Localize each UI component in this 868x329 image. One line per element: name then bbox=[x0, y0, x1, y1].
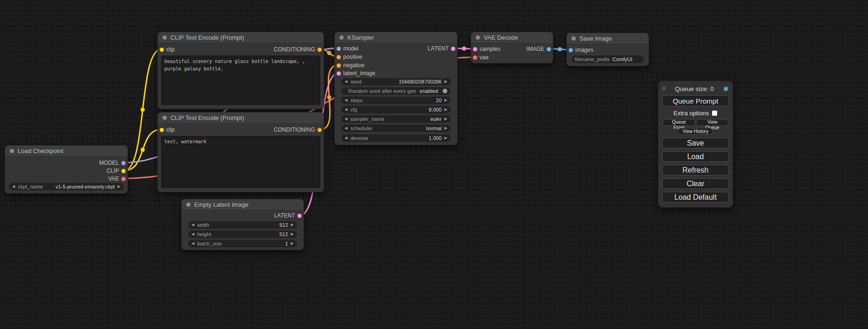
increment-arrow-icon[interactable]: ▶ bbox=[445, 106, 447, 113]
drag-handle-icon[interactable]: ⠿ bbox=[662, 86, 666, 92]
scheduler-widget[interactable]: ◀ scheduler normal ▶ bbox=[341, 125, 451, 132]
decrement-arrow-icon[interactable]: ◀ bbox=[191, 240, 194, 247]
node-title-bar[interactable]: Empty Latent Image bbox=[182, 199, 303, 210]
conditioning-output-slot[interactable] bbox=[318, 128, 322, 132]
collapse-dot-icon[interactable] bbox=[162, 35, 167, 40]
node-title-bar[interactable]: CLIP Text Encode (Prompt) bbox=[158, 112, 324, 124]
filename-prefix-widget[interactable]: filename_prefix ComfyUI bbox=[572, 56, 644, 63]
increment-arrow-icon[interactable]: ▶ bbox=[445, 97, 447, 104]
width-widget[interactable]: ◀ width 512 ▶ bbox=[188, 221, 297, 229]
gear-icon[interactable]: ✱ bbox=[723, 85, 729, 92]
denoise-widget[interactable]: ◀ denoise 1.000 ▶ bbox=[341, 134, 451, 142]
clip-output-slot[interactable] bbox=[121, 169, 126, 173]
decrement-arrow-icon[interactable]: ◀ bbox=[345, 78, 347, 85]
refresh-button[interactable]: Refresh bbox=[662, 165, 729, 175]
node-title-bar[interactable]: CLIP Text Encode (Prompt) bbox=[158, 32, 324, 43]
negative-input-slot[interactable] bbox=[337, 63, 341, 68]
prompt-textarea[interactable]: text, watermark bbox=[161, 136, 320, 188]
image-output-slot[interactable] bbox=[547, 47, 551, 51]
node-title-bar[interactable]: Load Checkpoint bbox=[5, 146, 127, 157]
node-load-checkpoint[interactable]: Load Checkpoint MODEL CLIP VAE ◀ ckpt_na… bbox=[5, 145, 128, 194]
increment-arrow-icon[interactable]: ▶ bbox=[445, 134, 447, 142]
widget-value: 1 bbox=[285, 240, 288, 247]
prompt-textarea[interactable]: beautiful scenery nature glass bottle la… bbox=[161, 56, 320, 105]
clip-input-label: clip bbox=[166, 46, 175, 53]
collapse-dot-icon[interactable] bbox=[572, 36, 576, 41]
widget-label: scheduler bbox=[350, 125, 373, 132]
load-default-button[interactable]: Load Default bbox=[662, 192, 729, 203]
clip-input-label: clip bbox=[166, 126, 175, 133]
node-vae-decode[interactable]: VAE Decode samples vae IMAGE bbox=[471, 32, 553, 63]
conditioning-output-label: CONDITIONING bbox=[274, 126, 315, 133]
widget-value: 1.000 bbox=[429, 134, 442, 142]
vae-output-label: VAE bbox=[108, 175, 119, 182]
node-clip-text-encode-negative[interactable]: CLIP Text Encode (Prompt) clip CONDITION… bbox=[157, 112, 324, 192]
decrement-arrow-icon[interactable]: ◀ bbox=[191, 231, 194, 238]
node-clip-text-encode-positive[interactable]: CLIP Text Encode (Prompt) clip CONDITION… bbox=[157, 32, 324, 109]
node-title-bar[interactable]: Save Image bbox=[567, 33, 649, 44]
increment-arrow-icon[interactable]: ▶ bbox=[291, 231, 294, 238]
clip-input-slot[interactable] bbox=[160, 48, 164, 52]
node-empty-latent-image[interactable]: Empty Latent Image LATENT ◀ width 512 ▶ … bbox=[181, 199, 304, 250]
collapse-dot-icon[interactable] bbox=[162, 116, 167, 120]
next-arrow-icon[interactable]: ▶ bbox=[445, 115, 447, 123]
batch-size-widget[interactable]: ◀ batch_size 1 ▶ bbox=[188, 240, 297, 247]
model-output-slot[interactable] bbox=[121, 161, 126, 165]
sampler-name-widget[interactable]: ◀ sampler_name euler ▶ bbox=[341, 115, 451, 123]
queue-buttons-row: Queue Front View Queue bbox=[662, 119, 729, 126]
extra-options-label: Extra options bbox=[674, 110, 709, 117]
collapse-dot-icon[interactable] bbox=[476, 35, 480, 40]
next-arrow-icon[interactable]: ▶ bbox=[445, 125, 447, 132]
samples-input-slot[interactable] bbox=[473, 47, 477, 51]
widget-label: cfg bbox=[350, 106, 357, 113]
vae-input-slot[interactable] bbox=[473, 56, 477, 60]
prev-arrow-icon[interactable]: ◀ bbox=[345, 125, 347, 132]
random-seed-widget[interactable]: Random seed after every gen enabled bbox=[341, 87, 451, 95]
prev-arrow-icon[interactable]: ◀ bbox=[12, 183, 15, 190]
decrement-arrow-icon[interactable]: ◀ bbox=[345, 97, 347, 104]
increment-arrow-icon[interactable]: ▶ bbox=[445, 78, 447, 85]
queue-prompt-button[interactable]: Queue Prompt bbox=[662, 95, 729, 106]
extra-options-row: Extra options bbox=[662, 110, 729, 117]
ckpt-name-widget[interactable]: ◀ ckpt_name v1-5-pruned-emaonly.ckpt ▶ bbox=[9, 183, 124, 190]
collapse-dot-icon[interactable] bbox=[10, 149, 14, 153]
conditioning-output-slot[interactable] bbox=[318, 48, 322, 52]
random-seed-toggle[interactable] bbox=[443, 89, 447, 93]
link-midpoint-dot bbox=[558, 47, 562, 51]
clip-input-slot[interactable] bbox=[160, 128, 164, 132]
widget-value: 156680208700286 bbox=[399, 78, 442, 85]
decrement-arrow-icon[interactable]: ◀ bbox=[345, 106, 347, 113]
latent-output-slot[interactable] bbox=[297, 214, 302, 218]
node-title-bar[interactable]: VAE Decode bbox=[471, 32, 553, 43]
cfg-widget[interactable]: ◀ cfg 8.000 ▶ bbox=[341, 106, 451, 113]
widget-label: filename_prefix bbox=[575, 56, 610, 63]
decrement-arrow-icon[interactable]: ◀ bbox=[191, 221, 194, 229]
collapse-dot-icon[interactable] bbox=[339, 35, 344, 40]
save-button[interactable]: Save bbox=[662, 138, 729, 148]
node-save-image[interactable]: Save Image images filename_prefix ComfyU… bbox=[566, 33, 649, 66]
increment-arrow-icon[interactable]: ▶ bbox=[291, 240, 294, 247]
view-history-button[interactable]: View History bbox=[678, 128, 713, 135]
vae-output-slot[interactable] bbox=[121, 177, 126, 181]
images-input-slot[interactable] bbox=[569, 48, 573, 52]
view-queue-button[interactable]: View Queue bbox=[696, 119, 729, 126]
next-arrow-icon[interactable]: ▶ bbox=[118, 183, 120, 190]
latent-output-slot[interactable] bbox=[451, 47, 455, 51]
decrement-arrow-icon[interactable]: ◀ bbox=[345, 134, 347, 142]
node-title-bar[interactable]: KSampler bbox=[335, 32, 457, 43]
collapse-dot-icon[interactable] bbox=[186, 203, 191, 207]
extra-options-checkbox[interactable] bbox=[712, 111, 717, 116]
prev-arrow-icon[interactable]: ◀ bbox=[345, 115, 347, 123]
clear-button[interactable]: Clear bbox=[662, 178, 729, 189]
model-input-slot[interactable] bbox=[337, 47, 341, 51]
latent-image-input-slot[interactable] bbox=[337, 71, 341, 76]
queue-front-button[interactable]: Queue Front bbox=[662, 119, 696, 126]
positive-input-slot[interactable] bbox=[337, 55, 341, 59]
node-ksampler[interactable]: KSampler model positive negative latent_… bbox=[334, 32, 458, 145]
seed-widget[interactable]: ◀ seed 156680208700286 ▶ bbox=[341, 78, 451, 85]
load-button[interactable]: Load bbox=[662, 151, 729, 162]
height-widget[interactable]: ◀ height 512 ▶ bbox=[188, 231, 297, 238]
node-title: KSampler bbox=[347, 34, 374, 41]
increment-arrow-icon[interactable]: ▶ bbox=[291, 221, 294, 229]
steps-widget[interactable]: ◀ steps 20 ▶ bbox=[341, 97, 451, 104]
